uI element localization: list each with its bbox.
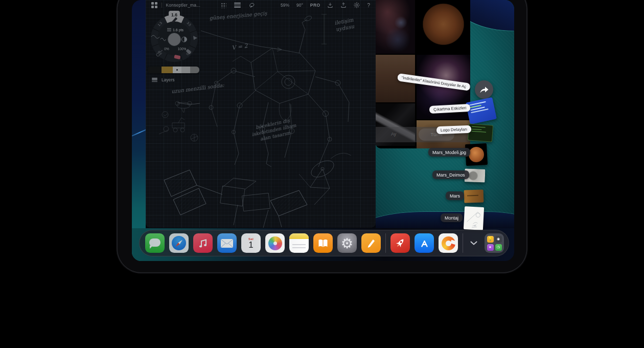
sticker-sketches-label[interactable]: Çıkartma Eskizleri — [429, 104, 471, 114]
calendar-app-icon[interactable]: Sal 1 — [241, 233, 261, 253]
share-action-button[interactable] — [475, 80, 493, 99]
mini-clock-icon: ◷ — [495, 244, 502, 251]
mars-filename[interactable]: Mars — [446, 191, 464, 200]
app-library-icon[interactable]: 💡◉★◷ — [485, 233, 504, 253]
dock-divider-2 — [463, 233, 463, 253]
mail-app-icon[interactable] — [217, 233, 237, 253]
mini-camera-icon: ◉ — [495, 236, 502, 243]
appstore-a-icon — [418, 236, 431, 250]
drag-items-layer: “İndirilenler” Klasörünü Dosyalar ile Aç… — [132, 0, 514, 261]
chat-bubble-icon — [149, 238, 160, 247]
concepts-app-icon[interactable] — [439, 233, 458, 253]
gear-icon: ⚙ — [341, 236, 353, 250]
music-note-icon — [197, 237, 209, 249]
share-arrow-icon — [479, 85, 489, 94]
ipad-device-frame: güneş enerjisine geçiş iletişim uydusu V… — [118, 0, 526, 272]
mars-strip-thumbnail[interactable] — [464, 189, 484, 203]
montage-sketch-thumbnail[interactable] — [464, 206, 484, 230]
logo-details-label[interactable]: Logo Detayları — [436, 125, 472, 134]
open-downloads-action-label[interactable]: “İndirilenler” Klasörünü Dosyalar ile Aç — [397, 73, 471, 91]
c-swirl-icon — [442, 236, 455, 250]
mars-model-filename[interactable]: Mars_Modeli.jpg — [428, 148, 470, 157]
dock: Sal 1 ⚙ — [139, 230, 509, 256]
ipad-screen: güneş enerjisine geçiş iletişim uydusu V… — [132, 0, 514, 261]
pen-icon — [364, 236, 378, 250]
photos-app-icon[interactable] — [265, 233, 285, 253]
music-app-icon[interactable] — [193, 233, 213, 253]
flower-icon — [268, 236, 282, 250]
mini-tips-icon: 💡 — [487, 236, 494, 243]
books-app-icon[interactable] — [313, 233, 333, 253]
mini-star-icon: ★ — [487, 244, 494, 251]
open-book-icon — [317, 237, 329, 249]
compass-icon — [172, 236, 186, 250]
rocket-app-icon[interactable] — [390, 233, 410, 253]
safari-app-icon[interactable] — [169, 233, 189, 253]
rocket-icon — [391, 234, 410, 253]
sticker-sheet-blue-thumbnail[interactable] — [466, 97, 497, 124]
chevron-down-icon — [470, 241, 477, 245]
dock-divider — [385, 233, 386, 253]
mars-deimos-filename[interactable]: Mars_Deimos — [432, 170, 469, 179]
montage-filename[interactable]: Montaj — [441, 213, 463, 222]
calendar-day: 1 — [248, 241, 253, 249]
dock-chevron-button[interactable] — [468, 233, 480, 253]
drawing-pen-app-icon[interactable] — [361, 233, 381, 253]
notes-app-icon[interactable] — [289, 233, 309, 253]
settings-app-icon[interactable]: ⚙ — [337, 233, 357, 253]
sticker-sheet-green-thumbnail[interactable] — [468, 123, 493, 142]
stage: güneş enerjisine geçiş iletişim uydusu V… — [0, 0, 644, 348]
app-store-icon[interactable] — [415, 233, 434, 253]
envelope-icon — [221, 239, 233, 248]
messages-app-icon[interactable] — [145, 233, 165, 253]
